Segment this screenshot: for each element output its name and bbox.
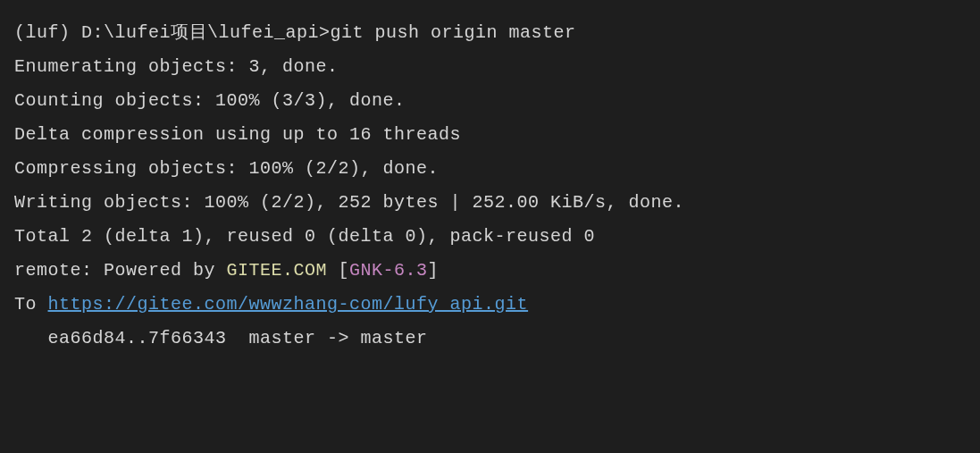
repo-url-link[interactable]: https://gitee.com/wwwzhang-com/lufy_api.… bbox=[48, 294, 529, 315]
output-to: To https://gitee.com/wwwzhang-com/lufy_a… bbox=[14, 288, 966, 322]
gitee-brand: GITEE.COM bbox=[227, 260, 328, 281]
prompt-line: (luf) D:\lufei项目\lufei_api>git push orig… bbox=[14, 16, 966, 50]
output-ref: ea66d84..7f66343 master -> master bbox=[14, 322, 966, 356]
to-prefix: To bbox=[14, 294, 48, 315]
env-prefix: (luf) bbox=[14, 22, 81, 43]
bracket-close: ] bbox=[428, 260, 440, 281]
output-remote: remote: Powered by GITEE.COM [GNK-6.3] bbox=[14, 254, 966, 288]
bracket-open: [ bbox=[327, 260, 349, 281]
output-writing: Writing objects: 100% (2/2), 252 bytes |… bbox=[14, 186, 966, 220]
output-total: Total 2 (delta 1), reused 0 (delta 0), p… bbox=[14, 220, 966, 254]
remote-prefix: remote: Powered by bbox=[14, 260, 227, 281]
output-enumerating: Enumerating objects: 3, done. bbox=[14, 50, 966, 84]
output-counting: Counting objects: 100% (3/3), done. bbox=[14, 84, 966, 118]
gnk-version: GNK-6.3 bbox=[349, 260, 428, 281]
output-delta: Delta compression using up to 16 threads bbox=[14, 118, 966, 152]
command-text: git push origin master bbox=[331, 22, 576, 43]
output-compressing: Compressing objects: 100% (2/2), done. bbox=[14, 152, 966, 186]
cwd-path: D:\lufei项目\lufei_api> bbox=[81, 22, 331, 43]
